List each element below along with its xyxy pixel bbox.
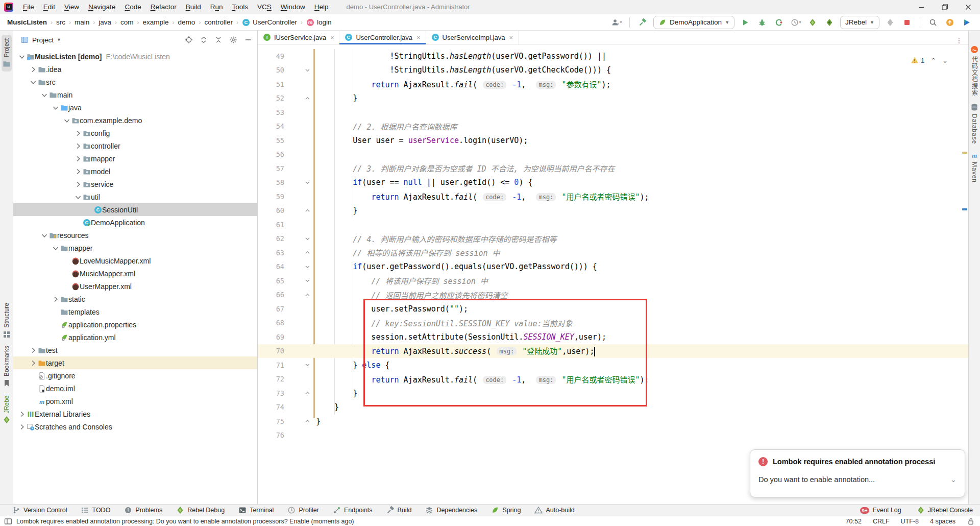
fold-marker-icon[interactable] (284, 232, 316, 246)
toolwindow-dependencies[interactable]: Dependencies (425, 506, 477, 514)
tool-window-toggle-icon[interactable] (4, 517, 12, 525)
tree-row-config[interactable]: config (13, 127, 257, 139)
line-number[interactable]: 65 (258, 277, 284, 285)
code-line-76[interactable]: 76 (258, 428, 968, 443)
menu-window[interactable]: Window (276, 0, 310, 14)
code-line-56[interactable]: 56 (258, 148, 968, 162)
line-number[interactable]: 72 (258, 375, 284, 383)
stop-button[interactable] (901, 16, 913, 29)
line-number[interactable]: 62 (258, 234, 284, 243)
tree-row-musicmapper.xml[interactable]: MusicMapper.xml (13, 267, 257, 280)
toolwindow-problems[interactable]: Problems (124, 506, 162, 514)
toolwindow-build[interactable]: Build (386, 506, 412, 514)
line-number[interactable]: 67 (258, 305, 284, 313)
line-number[interactable]: 73 (258, 389, 284, 397)
stripe-button-maven[interactable]: mMaven (969, 148, 979, 186)
line-number[interactable]: 50 (258, 66, 284, 74)
tab-close-icon[interactable]: × (509, 34, 513, 41)
stripe-warning-mark[interactable] (962, 152, 967, 154)
stripe-button-database[interactable]: Database (969, 100, 979, 148)
tree-row-templates[interactable]: templates (13, 305, 257, 318)
next-warning-chevron-icon[interactable]: ⌄ (942, 57, 948, 64)
tab-close-icon[interactable]: × (330, 34, 334, 41)
tree-row-model[interactable]: model (13, 165, 257, 178)
code-line-64[interactable]: 64 if(user.getPassword().equals(userVO.g… (258, 260, 968, 274)
update-button[interactable] (944, 16, 956, 29)
run-configuration-combo[interactable]: DemoApplication▼ (653, 16, 734, 29)
menu-help[interactable]: Help (310, 0, 333, 14)
breadcrumb-item-login[interactable]: mlogin (305, 18, 333, 27)
notification-body[interactable]: Do you want to enable annotation... (758, 475, 875, 484)
jrebel-disabled-button[interactable] (884, 16, 896, 29)
code-line-51[interactable]: 51 return AjaxResult.fail( code: -1, msg… (258, 77, 968, 91)
line-number[interactable]: 52 (258, 94, 284, 102)
tree-row-controller[interactable]: controller (13, 139, 257, 152)
toolwindow-auto-build[interactable]: Auto-build (534, 506, 574, 514)
code-line-58[interactable]: 58 if(user == null || user.getId() <= 0)… (258, 176, 968, 190)
debug-button[interactable] (756, 16, 768, 29)
tab-options-kebab-icon[interactable]: ⋮ (950, 36, 968, 44)
code-line-61[interactable]: 61 (258, 218, 968, 232)
tree-row-target[interactable]: target (13, 356, 257, 369)
tree-row-service[interactable]: service (13, 178, 257, 190)
line-number[interactable]: 74 (258, 403, 284, 411)
menu-vcs[interactable]: VCS (253, 0, 276, 14)
fold-marker-icon[interactable] (284, 358, 316, 372)
menu-file[interactable]: File (18, 0, 39, 14)
stripe-button-jrebel[interactable]: JRebel (2, 391, 12, 427)
breadcrumb-item-musiclisten[interactable]: MusicListen (6, 18, 48, 26)
line-number[interactable]: 55 (258, 136, 284, 145)
line-number[interactable]: 66 (258, 291, 284, 299)
menu-refactor[interactable]: Refactor (146, 0, 181, 14)
code-line-63[interactable]: 63 // 相等的话将该用户保存到 session 中 (258, 246, 968, 260)
breadcrumb-item-java[interactable]: java (97, 18, 112, 26)
ide-gradient-icon[interactable] (961, 16, 973, 29)
tree-chevron-icon[interactable] (17, 52, 27, 61)
tree-row-demo.iml[interactable]: demo.iml (13, 382, 257, 395)
code-line-59[interactable]: 59 return AjaxResult.fail( code: -1, msg… (258, 189, 968, 204)
code-line-75[interactable]: 75} (258, 414, 968, 428)
user-menu-button[interactable]: ▾ (610, 16, 623, 29)
tree-row-mapper[interactable]: mapper (13, 242, 257, 254)
tree-chevron-icon[interactable] (17, 422, 27, 432)
stripe-button-project[interactable]: Project (2, 35, 12, 71)
unlock-icon[interactable] (967, 517, 975, 525)
tree-chevron-icon[interactable] (74, 180, 83, 189)
tree-row-test[interactable]: test (13, 344, 257, 356)
breadcrumb-item-src[interactable]: src (55, 18, 66, 26)
project-panel-title[interactable]: Project (32, 36, 54, 44)
indent-style[interactable]: 4 spaces (930, 518, 955, 525)
coverage-button[interactable] (773, 16, 785, 29)
breadcrumb-item-controller[interactable]: controller (203, 18, 234, 26)
fold-marker-icon[interactable] (284, 63, 316, 78)
close-button[interactable] (957, 0, 980, 14)
fold-marker-icon[interactable] (284, 288, 316, 302)
tree-chevron-icon[interactable] (51, 244, 60, 253)
notification-balloon[interactable]: ! Lombok requires enabled annotation pro… (750, 449, 965, 497)
code-line-54[interactable]: 54 // 2. 根据用户名查询数据库 (258, 119, 968, 134)
toolwindow-version-control[interactable]: Version Control (12, 506, 67, 514)
toolwindow-event-log[interactable]: 9+Event Log (860, 506, 901, 514)
project-view-chevron-icon[interactable]: ▼ (57, 37, 61, 42)
warning-indicator[interactable]: 1 (911, 56, 924, 64)
tree-row-resources[interactable]: resources (13, 229, 257, 242)
fold-marker-icon[interactable] (284, 274, 316, 288)
tree-chevron-icon[interactable] (74, 129, 83, 138)
hide-icon[interactable] (244, 36, 252, 44)
stripe-button-structure[interactable]: Structure (2, 299, 12, 342)
code-line-49[interactable]: 49 !StringUtils.hasLength(userVO.getPass… (258, 49, 968, 63)
breadcrumb-item-example[interactable]: example (142, 18, 170, 26)
jrebel-combo[interactable]: JRebel▼ (840, 16, 879, 29)
tree-row-main[interactable]: main (13, 88, 257, 101)
collapse-all-icon[interactable] (214, 36, 223, 44)
tree-chevron-icon[interactable] (40, 231, 49, 240)
expand-chevron-icon[interactable]: ⌄ (950, 475, 957, 484)
menu-code[interactable]: Code (120, 0, 145, 14)
toolwindow-terminal[interactable]: Terminal (238, 506, 274, 514)
tree-row-.gitignore[interactable]: .gitignore (13, 369, 257, 382)
jrebel-debug-button[interactable] (823, 16, 836, 29)
fold-marker-icon[interactable] (284, 414, 316, 428)
tree-row-.idea[interactable]: .idea (13, 63, 257, 76)
menu-build[interactable]: Build (181, 0, 206, 14)
stripe-button-code-doc-search[interactable]: 代码文档搜索 (969, 42, 980, 100)
